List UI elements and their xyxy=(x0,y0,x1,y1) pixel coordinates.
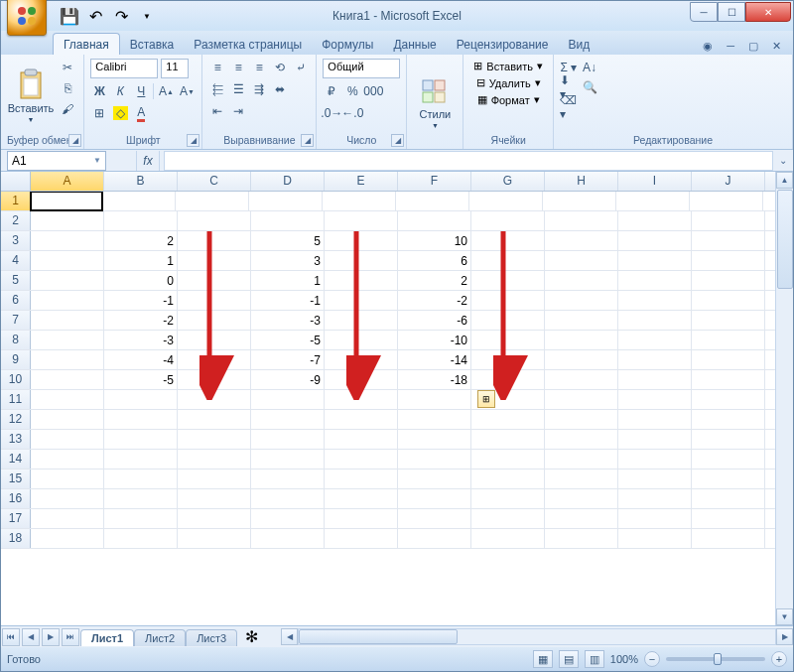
cell-F5[interactable]: 2 xyxy=(398,271,471,290)
cell-H11[interactable] xyxy=(545,390,618,409)
cell-G13[interactable] xyxy=(471,430,545,449)
format-painter-button[interactable]: 🖌 xyxy=(59,100,76,118)
cell-E13[interactable] xyxy=(325,430,398,449)
align-left[interactable]: ⬱ xyxy=(208,80,226,98)
cell-E12[interactable] xyxy=(325,410,398,429)
cell-A6[interactable] xyxy=(31,291,104,310)
cell-G12[interactable] xyxy=(471,410,545,429)
comma-button[interactable]: 000 xyxy=(364,82,382,100)
cell-C13[interactable] xyxy=(178,430,251,449)
cell-B10[interactable]: -5 xyxy=(104,370,178,389)
row-header-12[interactable]: 12 xyxy=(1,410,31,429)
row-header-11[interactable]: 11 xyxy=(1,390,31,409)
cell-A14[interactable] xyxy=(31,450,104,469)
cell-C17[interactable] xyxy=(178,509,251,528)
zoom-level[interactable]: 100% xyxy=(610,653,638,665)
cell-J13[interactable] xyxy=(692,430,765,449)
view-page-break[interactable]: ▥ xyxy=(585,650,604,668)
number-launcher[interactable]: ◢ xyxy=(391,134,404,147)
tab-data[interactable]: Данные xyxy=(383,34,446,55)
cell-D14[interactable] xyxy=(251,450,325,469)
cell-A9[interactable] xyxy=(31,350,104,369)
col-header-D[interactable]: D xyxy=(251,172,325,191)
tab-home[interactable]: Главная xyxy=(53,33,120,55)
cell-D10[interactable]: -9 xyxy=(251,370,325,389)
shrink-font-button[interactable]: A▼ xyxy=(178,82,196,100)
cell-I18[interactable] xyxy=(618,529,692,548)
font-color-button[interactable]: A xyxy=(132,104,150,122)
cell-I1[interactable] xyxy=(616,192,690,210)
row-header-17[interactable]: 17 xyxy=(1,509,31,528)
mdi-minimize[interactable]: ─ xyxy=(723,38,738,55)
zoom-slider[interactable] xyxy=(666,657,765,661)
sheet-nav-last[interactable]: ⏭ xyxy=(62,628,79,646)
mdi-restore[interactable]: ▢ xyxy=(744,38,762,55)
find-button[interactable]: 🔍 xyxy=(581,78,598,96)
currency-button[interactable]: ₽ xyxy=(323,82,340,100)
cell-H14[interactable] xyxy=(545,450,618,469)
number-format-select[interactable]: Общий xyxy=(323,59,400,78)
delete-cells[interactable]: ⊟Удалить ▾ xyxy=(469,75,547,90)
cell-I9[interactable] xyxy=(618,350,692,369)
cell-J9[interactable] xyxy=(692,350,765,369)
cell-J8[interactable] xyxy=(692,331,765,349)
font-launcher[interactable]: ◢ xyxy=(187,134,199,147)
cell-I13[interactable] xyxy=(618,430,692,449)
cell-J4[interactable] xyxy=(692,251,765,270)
row-header-10[interactable]: 10 xyxy=(1,370,31,389)
col-header-H[interactable]: H xyxy=(545,172,618,191)
cell-E16[interactable] xyxy=(325,489,398,508)
styles-button[interactable]: Стили ▼ xyxy=(413,59,457,149)
autofill-options-icon[interactable]: ⊞ xyxy=(477,390,495,408)
align-top[interactable]: ≡ xyxy=(208,59,226,76)
cell-C2[interactable] xyxy=(178,211,251,230)
cell-J2[interactable] xyxy=(692,211,765,230)
expand-formula-bar[interactable]: ⌄ xyxy=(777,155,793,166)
cell-J12[interactable] xyxy=(692,410,765,429)
cell-C5[interactable] xyxy=(178,271,251,290)
col-header-A[interactable]: A xyxy=(31,172,104,191)
cell-E4[interactable] xyxy=(325,251,398,270)
help-button[interactable]: ◉ xyxy=(699,38,717,55)
row-header-2[interactable]: 2 xyxy=(1,211,31,230)
cell-J3[interactable] xyxy=(692,231,765,250)
cell-grid[interactable]: 1232510413650126-1-1-27-2-3-68-3-5-109-4… xyxy=(1,192,775,625)
cell-E10[interactable] xyxy=(325,370,398,389)
cell-G1[interactable] xyxy=(469,192,543,210)
cell-G10[interactable] xyxy=(471,370,545,389)
row-header-8[interactable]: 8 xyxy=(1,331,31,349)
cell-H7[interactable] xyxy=(545,311,618,330)
cell-I17[interactable] xyxy=(618,509,692,528)
cell-F18[interactable] xyxy=(398,529,471,548)
cell-D11[interactable] xyxy=(251,390,325,409)
cell-D18[interactable] xyxy=(251,529,325,548)
cell-J11[interactable] xyxy=(692,390,765,409)
cell-I14[interactable] xyxy=(618,450,692,469)
cell-H6[interactable] xyxy=(545,291,618,310)
cell-I5[interactable] xyxy=(618,271,692,290)
fill-color-button[interactable]: ◇ xyxy=(111,104,129,122)
underline-button[interactable]: Ч xyxy=(132,82,150,100)
cell-J14[interactable] xyxy=(692,450,765,469)
cell-G5[interactable] xyxy=(471,271,545,290)
cell-C1[interactable] xyxy=(176,192,249,210)
cell-E15[interactable] xyxy=(325,470,398,488)
insert-cells[interactable]: ⊞Вставить ▾ xyxy=(469,59,547,73)
cell-J7[interactable] xyxy=(692,311,765,330)
cell-D17[interactable] xyxy=(251,509,325,528)
cell-H2[interactable] xyxy=(545,211,618,230)
cell-A15[interactable] xyxy=(31,470,104,488)
undo-button[interactable]: ↶ xyxy=(84,5,106,27)
cell-H13[interactable] xyxy=(545,430,618,449)
sheet-tab-1[interactable]: Лист1 xyxy=(80,629,134,646)
cell-G16[interactable] xyxy=(471,489,545,508)
cell-H5[interactable] xyxy=(545,271,618,290)
cell-D9[interactable]: -7 xyxy=(251,350,325,369)
cell-I12[interactable] xyxy=(618,410,692,429)
cell-B7[interactable]: -2 xyxy=(104,311,178,330)
cell-B8[interactable]: -3 xyxy=(104,331,178,349)
cell-J10[interactable] xyxy=(692,370,765,389)
cell-B11[interactable] xyxy=(104,390,178,409)
cell-B15[interactable] xyxy=(104,470,178,488)
cell-G4[interactable] xyxy=(471,251,545,270)
